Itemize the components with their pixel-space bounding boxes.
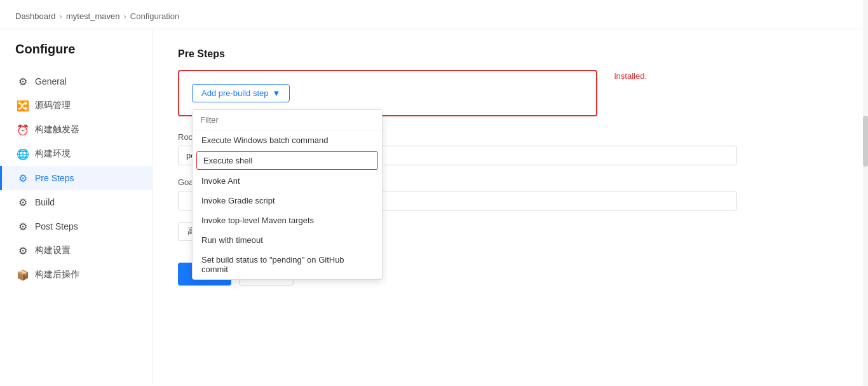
settings-icon: ⚙: [17, 245, 29, 256]
dropdown-item-execute-shell[interactable]: Execute shell: [196, 151, 378, 170]
main-content: Pre Steps Add pre-build step ▼ Execute W…: [153, 29, 868, 385]
sidebar-item-label: Post Steps: [35, 221, 78, 231]
sidebar-item-label: Pre Steps: [35, 173, 74, 183]
sidebar-item-env[interactable]: 🌐 构建环境: [0, 142, 152, 166]
breadcrumb: Dashboard › mytest_maven › Configuration: [0, 0, 868, 29]
breadcrumb-sep1: ›: [60, 11, 62, 21]
sidebar-item-settings[interactable]: ⚙ 构建设置: [0, 238, 152, 263]
dropdown-arrow-icon: ▼: [273, 88, 281, 98]
sidebar-item-build[interactable]: ⚙ Build: [0, 190, 152, 214]
sidebar-item-label: General: [35, 76, 67, 86]
dropdown-item-set-build-status[interactable]: Set build status to "pending" on GitHub …: [193, 250, 382, 279]
add-prebuild-button[interactable]: Add pre-build step ▼: [192, 84, 290, 102]
sidebar-item-label: 构建环境: [35, 148, 71, 160]
sidebar-item-trigger[interactable]: ⏰ 构建触发器: [0, 118, 152, 142]
not-installed-text: installed.: [614, 71, 647, 81]
scrollbar-thumb[interactable]: [863, 116, 868, 167]
dropdown-item-run-timeout[interactable]: Run with timeout: [193, 230, 382, 250]
sidebar-item-presteps[interactable]: ⚙ Pre Steps: [0, 166, 152, 190]
sidebar-item-poststeps[interactable]: ⚙ Post Steps: [0, 214, 152, 238]
env-icon: 🌐: [17, 148, 29, 160]
sidebar-item-label: 构建触发器: [35, 124, 79, 135]
dropdown-item-invoke-maven[interactable]: Invoke top-level Maven targets: [193, 210, 382, 230]
filter-input[interactable]: [193, 110, 382, 130]
sidebar-item-label: 构建设置: [35, 245, 71, 256]
sidebar-item-label: 源码管理: [35, 100, 71, 111]
build-icon: ⚙: [17, 196, 29, 208]
sidebar-item-label: Build: [35, 197, 55, 207]
scrollbar-track: [863, 0, 868, 385]
sidebar-item-general[interactable]: ⚙ General: [0, 69, 152, 93]
dropdown-item-invoke-ant[interactable]: Invoke Ant: [193, 171, 382, 191]
dropdown-menu: Execute Windows batch command Execute sh…: [192, 109, 383, 280]
post-actions-icon: 📦: [17, 269, 29, 280]
sidebar-item-source[interactable]: 🔀 源码管理: [0, 93, 152, 118]
sidebar: Configure ⚙ General 🔀 源码管理 ⏰ 构建触发器 🌐 构建环…: [0, 29, 153, 385]
sidebar-title: Configure: [0, 42, 152, 69]
breadcrumb-project[interactable]: mytest_maven: [66, 11, 120, 21]
breadcrumb-sep2: ›: [124, 11, 126, 21]
presteps-icon: ⚙: [17, 172, 29, 184]
sidebar-item-label: 构建后操作: [35, 269, 79, 280]
breadcrumb-dashboard[interactable]: Dashboard: [15, 11, 56, 21]
dropdown-item-execute-windows[interactable]: Execute Windows batch command: [193, 130, 382, 150]
pre-steps-box: Add pre-build step ▼ Execute Windows bat…: [178, 70, 597, 116]
poststeps-icon: ⚙: [17, 221, 29, 232]
source-icon: 🔀: [17, 100, 29, 111]
sidebar-item-post-actions[interactable]: 📦 构建后操作: [0, 263, 152, 287]
gear-icon: ⚙: [17, 76, 29, 87]
section-title: Pre Steps: [178, 48, 843, 60]
breadcrumb-current: Configuration: [130, 11, 179, 21]
dropdown-item-invoke-gradle[interactable]: Invoke Gradle script: [193, 191, 382, 210]
add-prebuild-label: Add pre-build step: [201, 88, 269, 98]
trigger-icon: ⏰: [17, 124, 29, 135]
